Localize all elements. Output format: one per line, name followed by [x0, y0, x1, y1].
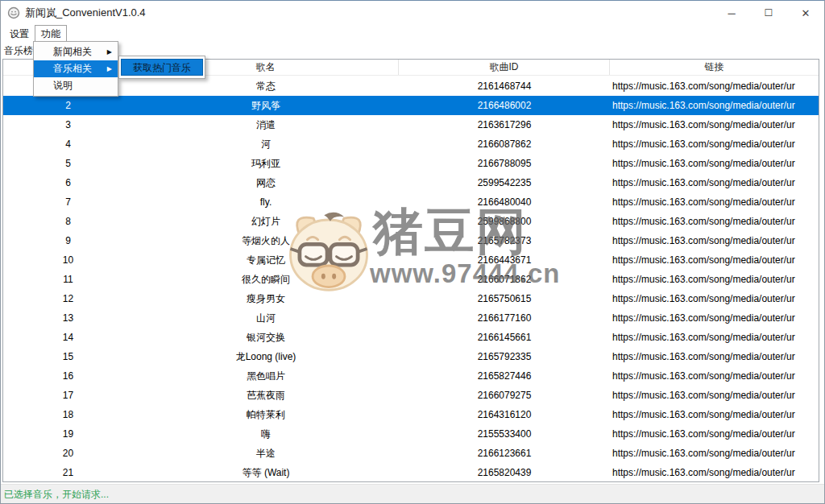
table-row[interactable]: 14银河交换2166145661https://music.163.com/so…	[3, 328, 819, 347]
row-index: 14	[3, 328, 133, 347]
song-id: 2155533400	[399, 424, 610, 444]
table-row[interactable]: 1常态2161468744https://music.163.com/song/…	[3, 76, 819, 96]
song-id: 2166443671	[399, 250, 610, 270]
row-index: 19	[3, 424, 133, 444]
song-id: 2166486002	[399, 96, 610, 115]
music-submenu: 获取热门音乐	[118, 56, 205, 79]
song-id: 2599868800	[399, 212, 610, 231]
row-index: 16	[3, 366, 133, 386]
song-name: 半途	[133, 444, 399, 463]
song-name: 玛利亚	[133, 154, 399, 173]
window-title: 新闻岚_ConvenientV1.0.4	[25, 6, 146, 20]
table-row[interactable]: 21等等 (Wait)2165820439https://music.163.c…	[3, 463, 819, 481]
song-link: https://music.163.com/song/media/outer/u…	[610, 424, 819, 444]
song-name: 野风筝	[133, 96, 399, 115]
column-header-song-id[interactable]: 歌曲ID	[399, 60, 610, 75]
song-id: 2165782373	[399, 231, 610, 250]
song-name: 银河交换	[133, 328, 399, 347]
table-row[interactable]: 11很久的瞬间2166071862https://music.163.com/s…	[3, 270, 819, 289]
row-index: 6	[3, 173, 133, 192]
close-button[interactable]: ✕	[787, 1, 824, 25]
song-id: 2163617296	[399, 115, 610, 134]
song-id: 2166079275	[399, 386, 610, 405]
song-name: 帕特莱利	[133, 405, 399, 424]
song-link: https://music.163.com/song/media/outer/u…	[610, 134, 819, 154]
maximize-button[interactable]: ☐	[750, 1, 787, 25]
song-id: 2166788095	[399, 154, 610, 173]
table-row[interactable]: 13山河2166177160https://music.163.com/song…	[3, 308, 819, 328]
table-row[interactable]: 12瘦身男女2165750615https://music.163.com/so…	[3, 289, 819, 308]
row-index: 11	[3, 270, 133, 289]
song-link: https://music.163.com/song/media/outer/u…	[610, 366, 819, 386]
table-row[interactable]: 10专属记忆2166443671https://music.163.com/so…	[3, 250, 819, 270]
song-name: 山河	[133, 308, 399, 328]
menu-functions[interactable]: 功能	[35, 25, 67, 43]
submenu-arrow-icon: ▶	[107, 60, 112, 77]
functions-dropdown-menu: 新闻相关 ▶ 音乐相关 ▶ 说明	[33, 41, 118, 97]
window-controls: ─ ☐ ✕	[713, 1, 824, 25]
app-window: 新闻岚_ConvenientV1.0.4 ─ ☐ ✕ 设置 功能 音乐榜单 歌名…	[0, 0, 825, 504]
song-id: 2161468744	[399, 76, 610, 96]
row-index: 2	[3, 96, 133, 115]
table-row[interactable]: 4河2166087862https://music.163.com/song/m…	[3, 134, 819, 154]
song-name: 等烟火的人	[133, 231, 399, 250]
menu-item-music-related[interactable]: 音乐相关 ▶	[34, 60, 118, 77]
row-index: 20	[3, 444, 133, 463]
table-row[interactable]: 3消遣2163617296https://music.163.com/song/…	[3, 115, 819, 134]
app-icon	[7, 6, 20, 19]
song-link: https://music.163.com/song/media/outer/u…	[610, 270, 819, 289]
row-index: 13	[3, 308, 133, 328]
table-row[interactable]: 5玛利亚2166788095https://music.163.com/song…	[3, 154, 819, 173]
song-name: 很久的瞬间	[133, 270, 399, 289]
status-text: 已选择音乐，开始请求...	[4, 488, 109, 502]
song-name: 常态	[133, 76, 399, 96]
table-row[interactable]: 6网恋2599542235https://music.163.com/song/…	[3, 173, 819, 192]
song-name: 芭蕉夜雨	[133, 386, 399, 405]
song-name: fly.	[133, 192, 399, 212]
row-index: 3	[3, 115, 133, 134]
song-id: 2166087862	[399, 134, 610, 154]
song-id: 2165820439	[399, 463, 610, 481]
song-link: https://music.163.com/song/media/outer/u…	[610, 289, 819, 308]
song-id: 2166071862	[399, 270, 610, 289]
menu-bar: 设置 功能	[1, 25, 824, 43]
song-name: 嗨	[133, 424, 399, 444]
song-link: https://music.163.com/song/media/outer/u…	[610, 173, 819, 192]
row-index: 5	[3, 154, 133, 173]
table-row[interactable]: 20半途2166123661https://music.163.com/song…	[3, 444, 819, 463]
minimize-button[interactable]: ─	[713, 1, 750, 25]
row-index: 9	[3, 231, 133, 250]
song-name: 网恋	[133, 173, 399, 192]
song-name: 消遣	[133, 115, 399, 134]
song-link: https://music.163.com/song/media/outer/u…	[610, 347, 819, 366]
song-name: 龙Loong (live)	[133, 347, 399, 366]
row-index: 12	[3, 289, 133, 308]
table-row[interactable]: 16黑色唱片2165827446https://music.163.com/so…	[3, 366, 819, 386]
row-index: 21	[3, 463, 133, 481]
song-link: https://music.163.com/song/media/outer/u…	[610, 463, 819, 481]
row-index: 17	[3, 386, 133, 405]
table-row[interactable]: 8幻灯片2599868800https://music.163.com/song…	[3, 212, 819, 231]
submenu-arrow-icon: ▶	[107, 43, 112, 60]
column-header-link[interactable]: 链接	[610, 60, 819, 75]
table-row[interactable]: 18帕特莱利2164316120https://music.163.com/so…	[3, 405, 819, 424]
table-row[interactable]: 7fly.2166480040https://music.163.com/son…	[3, 192, 819, 212]
song-link: https://music.163.com/song/media/outer/u…	[610, 115, 819, 134]
table-row[interactable]: 17芭蕉夜雨2166079275https://music.163.com/so…	[3, 386, 819, 405]
table-row[interactable]: 19嗨2155533400https://music.163.com/song/…	[3, 424, 819, 444]
song-link: https://music.163.com/song/media/outer/u…	[610, 308, 819, 328]
song-link: https://music.163.com/song/media/outer/u…	[610, 96, 819, 115]
table-row[interactable]: 15龙Loong (live)2165792335https://music.1…	[3, 347, 819, 366]
menu-item-get-hot-music[interactable]: 获取热门音乐	[121, 59, 203, 76]
song-name: 瘦身男女	[133, 289, 399, 308]
song-name: 黑色唱片	[133, 366, 399, 386]
status-bar: 已选择音乐，开始请求...	[1, 484, 824, 504]
song-name: 专属记忆	[133, 250, 399, 270]
menu-item-news-related[interactable]: 新闻相关 ▶	[34, 43, 118, 60]
table-row[interactable]: 9等烟火的人2165782373https://music.163.com/so…	[3, 231, 819, 250]
menu-item-instructions[interactable]: 说明	[34, 77, 118, 94]
song-name: 等等 (Wait)	[133, 463, 399, 481]
song-id: 2165792335	[399, 347, 610, 366]
menu-settings[interactable]: 设置	[4, 25, 35, 43]
table-row[interactable]: 2野风筝2166486002https://music.163.com/song…	[3, 96, 819, 115]
